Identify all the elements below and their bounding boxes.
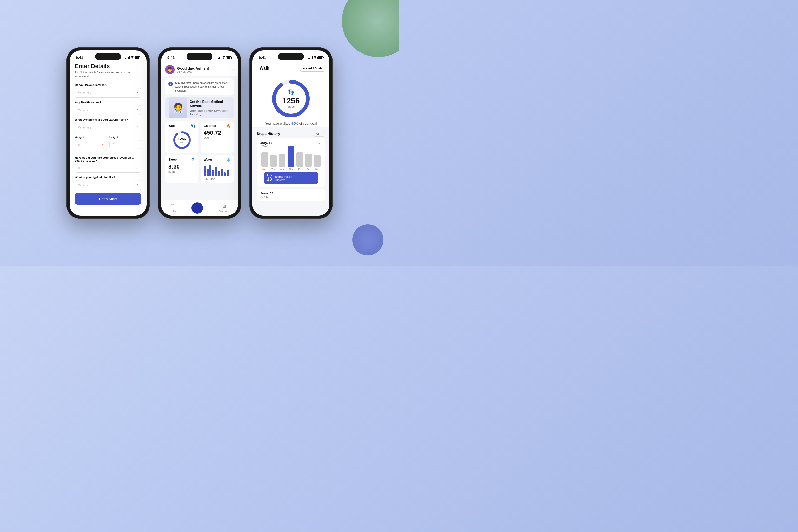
water-bar-9 <box>226 170 228 176</box>
sleep-value: 8:30 <box>168 163 196 170</box>
goal-text: You have walked 90% of your goal <box>265 121 317 126</box>
walk-title: Walk <box>168 124 175 128</box>
bar-col-sat: Sat <box>305 154 312 170</box>
bar-col-tue: Tue <box>270 155 277 170</box>
back-button[interactable]: ‹ Walk <box>257 66 269 71</box>
bar-col-fri: Fri <box>296 152 303 170</box>
phone-3: 9:41 ∇ <box>249 47 333 218</box>
phones-container: 9:41 ∇ Enter Details Pls f <box>67 47 333 218</box>
water-card[interactable]: Water 💧 <box>201 155 234 183</box>
june-sub: July 12 <box>260 195 274 198</box>
bar-label-wed: Wed <box>280 168 284 170</box>
bar-wed <box>279 154 285 167</box>
july-history-card: July, 13 Today ⋯ Mon Tue <box>257 138 325 187</box>
water-bar-5 <box>215 167 217 176</box>
walk-steps-label-3: Steps <box>282 105 300 108</box>
bar-sat <box>305 154 312 167</box>
weight-height-row: Weight 0 * Height 0 ⌄ <box>75 135 141 153</box>
most-steps-day: Tuesday <box>275 178 293 182</box>
phone-1-island <box>95 53 121 60</box>
bar-label-thu: Thu <box>289 168 293 170</box>
calories-card[interactable]: Calories 🔥 450.72 kcal <box>201 121 234 153</box>
add-button[interactable]: + <box>191 202 203 214</box>
highlight-info: Most steps Tuesday <box>275 175 293 182</box>
greeting-container: Good day, Ashish! July 13, 2023 <box>177 66 209 73</box>
height-placeholder: 0 <box>113 143 114 146</box>
bar-col-wed: Wed <box>279 154 285 170</box>
add-goals-button[interactable]: + + Add Goals <box>300 65 325 72</box>
heart-icon: ♡ <box>170 203 174 209</box>
bar-label-sat: Sat <box>307 168 311 170</box>
nav-dashboard[interactable]: ⊞ Dashboard <box>219 203 230 212</box>
phone-1: 9:41 ∇ Enter Details Pls f <box>67 47 150 218</box>
nav-health-label: Health <box>169 210 175 212</box>
weight-container: Weight 0 * <box>75 135 107 153</box>
dashboard-header: 🧑 Good day, Ashish! July 13, 2023 › <box>161 63 238 76</box>
allergies-input[interactable]: Write here * <box>75 88 141 98</box>
sleep-unit: hours <box>168 170 196 173</box>
chevron-down-icon-2: ⌄ <box>135 167 138 170</box>
phone-3-island <box>278 53 304 60</box>
enter-details-title: Enter Details <box>75 63 141 70</box>
more-options-icon[interactable]: ⋯ <box>317 141 321 146</box>
sleep-card-header: Sleep 💤 <box>168 158 196 162</box>
footprint-icon: 👣 <box>282 89 300 95</box>
phone-2-status-icons: ∇ <box>217 56 232 59</box>
health-issues-placeholder: Write here <box>78 109 91 112</box>
walk-card[interactable]: Walk 👣 1256 Steps <box>165 121 199 153</box>
water-bar-6 <box>218 171 220 176</box>
steps-history-header: Steps History All ⌄ <box>253 128 329 138</box>
symptoms-required: * <box>137 126 138 130</box>
bar-label-sun: Sun <box>315 168 319 170</box>
walk-circle-container: 1256 Steps <box>168 130 196 150</box>
phone-2-time: 9:41 <box>167 56 174 60</box>
water-bar-4 <box>212 170 214 176</box>
phone-1-status-icons: ∇ <box>125 56 140 59</box>
height-label: Height <box>109 135 141 139</box>
water-icon: 💧 <box>226 158 231 162</box>
banner-title: Get the Best Medical Service <box>190 100 230 109</box>
walk-circle-section: 👣 1256 Steps You have walked 90% of your… <box>253 74 329 128</box>
sleep-title: Sleep <box>168 158 177 162</box>
weight-input[interactable]: 0 * <box>75 140 107 150</box>
nav-health[interactable]: ♡ Health <box>169 203 175 212</box>
user-greeting-row: 🧑 Good day, Ashish! July 13, 2023 <box>165 65 209 74</box>
symptoms-placeholder: Write here <box>78 126 91 129</box>
june-history-card: June, 11 July 12 ⋯ <box>257 189 325 201</box>
most-steps-label: Most steps <box>275 175 293 178</box>
wifi-icon-2: ∇ <box>223 56 225 59</box>
greeting-name: Good day, Ashish! <box>177 66 209 70</box>
bar-sun <box>314 155 320 167</box>
health-issues-input[interactable]: Write here * <box>75 105 141 115</box>
height-dropdown[interactable]: 0 ⌄ <box>109 140 141 149</box>
water-bar-1 <box>204 166 206 176</box>
water-bar-3 <box>209 165 211 176</box>
greeting-date: July 13, 2023 <box>177 70 209 73</box>
phone-1-time: 9:41 <box>76 56 83 60</box>
lets-start-button[interactable]: Let's Start <box>75 193 141 205</box>
medical-banner[interactable]: 🧑‍⚕️ Get the Best Medical Service Lorem … <box>165 97 234 118</box>
more-options-icon-june[interactable]: ⋯ <box>317 191 321 198</box>
stress-dropdown[interactable]: 0 ⌄ <box>75 164 141 173</box>
filter-dropdown[interactable]: All ⌄ <box>313 131 325 137</box>
water-bar-2 <box>206 169 209 176</box>
phone-3-status-icons: ∇ <box>308 56 323 59</box>
walk-steps-display: 1256 Steps <box>178 137 186 143</box>
walk-circle-center: 👣 1256 Steps <box>282 89 300 108</box>
calories-unit: kcal <box>204 136 231 139</box>
most-steps-highlight: JULY 13 Most steps Tuesday <box>264 172 318 184</box>
water-card-header: Water 💧 <box>204 158 231 162</box>
chevron-right-icon[interactable]: › <box>233 68 234 72</box>
allergies-label: Do you have Allergies ? <box>75 83 141 87</box>
phone-2-screen: 9:41 ∇ <box>161 50 238 215</box>
water-bar-8 <box>224 172 226 176</box>
bg-decoration-top-right <box>342 0 399 57</box>
info-icon: ℹ <box>168 81 173 86</box>
symptoms-input[interactable]: Write here * <box>75 122 141 132</box>
sleep-card[interactable]: Sleep 💤 8:30 hours <box>165 155 199 183</box>
calories-value: 450.72 <box>204 130 231 136</box>
diet-input[interactable]: Write here * <box>75 180 141 190</box>
phone-2-island <box>186 53 212 60</box>
walk-progress-circle: 1256 Steps <box>172 130 192 150</box>
calories-title: Calories <box>204 124 216 128</box>
